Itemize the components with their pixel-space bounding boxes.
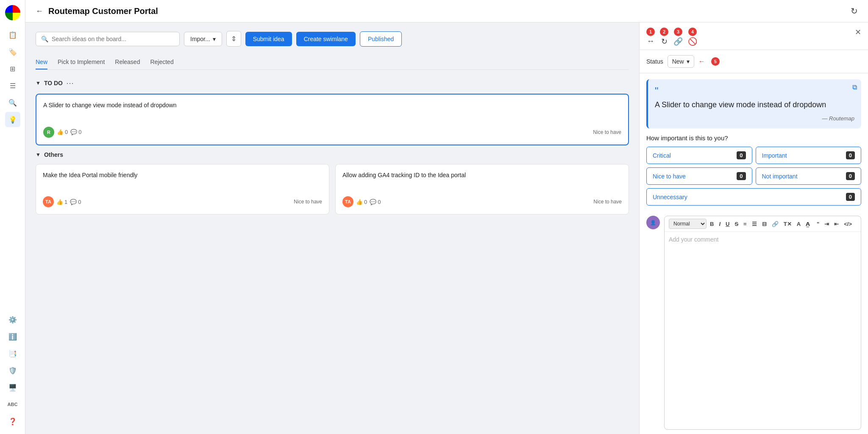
strikethrough-button[interactable]: S [733,220,740,228]
sidebar-icon-table[interactable]: ☰ [5,78,20,93]
panel-tool-1[interactable]: 1 ↔ [646,28,655,46]
status-select[interactable]: New ▾ [668,55,694,68]
chevron-down-icon: ▾ [687,58,690,65]
main-content: ← Routemap Customer Portal ↻ 🔍 Impor... … [25,0,868,434]
importance-critical-label: Critical [653,152,671,159]
status-value: New [672,58,684,65]
importance-nice-to-have[interactable]: Nice to have 0 [646,167,752,185]
view-tabs: New Pick to Implement Released Rejected [36,55,629,70]
sidebar-icon-search[interactable]: 🔍 [5,95,20,110]
badge-1: 1 [646,28,655,36]
outdent-button[interactable]: ⇤ [832,220,840,228]
comment-count: 0 [78,129,81,135]
published-button[interactable]: Published [360,31,402,47]
card-slider-votes: 👍 0 [57,129,68,135]
importance-unnecessary-count: 0 [846,193,855,201]
card-slider-title: A Slider to change view mode instead of … [43,101,621,110]
text-color-button[interactable]: A [795,220,802,228]
thumbs-up-icon: 👍 [356,199,363,205]
format-select[interactable]: Normal Heading 1 Heading 2 [669,219,707,229]
panel-tool-3[interactable]: 3 🔗 [673,28,683,46]
search-input[interactable] [52,36,174,42]
importance-critical-count: 0 [737,151,746,159]
link-editor-button[interactable]: 🔗 [770,220,780,228]
block-icon: 🚫 [688,37,697,46]
card-mobile[interactable]: Make the Idea Portal mobile friendly TA … [36,164,329,215]
tab-new[interactable]: New [36,55,47,70]
submit-idea-button[interactable]: Submit idea [245,32,292,46]
importance-important[interactable]: Important 0 [756,147,862,164]
code-block-button[interactable]: </> [842,220,854,228]
importance-important-count: 0 [846,151,855,159]
card-mobile-votes: 👍 1 [56,199,67,205]
comment-icon: 💬 [70,199,77,205]
bold-button[interactable]: B [708,220,715,228]
app-logo [5,5,20,20]
tab-released[interactable]: Released [115,55,140,70]
sidebar-icon-grid[interactable]: ⊞ [5,61,20,76]
vote-count: 1 [64,199,67,205]
bullet-list-button[interactable]: ☰ [750,220,759,228]
refresh-button[interactable]: ↻ [851,6,858,16]
panel-tool-2[interactable]: 2 ↻ [660,28,668,46]
underline-button[interactable]: U [724,220,731,228]
sidebar-icon-help[interactable]: ❓ [5,414,20,429]
ordered-list-button[interactable]: ≡ [742,220,748,228]
back-button[interactable]: ← [36,7,43,16]
panel-close-button[interactable]: ✕ [855,28,861,37]
comment-input[interactable]: Add your comment [665,232,861,429]
highlight-button[interactable]: A̲ [804,220,812,228]
tab-pick-to-implement[interactable]: Pick to Implement [58,55,105,70]
card-mobile-avatar: TA [43,196,54,207]
sidebar-icon-abc[interactable]: ABC [5,397,20,412]
comment-placeholder: Add your comment [669,236,719,243]
card-ga4-tag: Nice to have [593,199,622,205]
sidebar-icon-ideas[interactable]: 💡 [5,112,20,127]
comment-area: 👤 Normal Heading 1 Heading 2 B I U [640,211,868,434]
clear-format-button[interactable]: T✕ [782,220,793,228]
sidebar-icon-docs[interactable]: 📑 [5,346,20,361]
card-ga4-votes: 👍 0 [356,199,367,205]
comment-icon: 💬 [370,199,376,205]
comment-icon: 💬 [70,129,77,135]
panel-tool-4[interactable]: 4 🚫 [688,28,697,46]
sidebar-icon-list[interactable]: 📋 [5,27,20,42]
importance-grid: Critical 0 Important 0 Nice to have 0 [646,147,861,206]
sidebar-icon-info[interactable]: ℹ️ [5,329,20,344]
importance-critical[interactable]: Critical 0 [646,147,752,164]
card-ga4-footer: TA 👍 0 💬 0 Nice to have [342,196,622,207]
sidebar-icon-shield[interactable]: 🛡️ [5,363,20,378]
importance-important-label: Important [762,152,787,159]
tab-rejected[interactable]: Rejected [150,55,173,70]
import-button[interactable]: Impor... ▾ [184,32,222,46]
badge-2: 2 [660,28,668,36]
card-ga4-title: Allow adding GA4 tracking ID to the Idea… [342,171,622,180]
importance-not-count: 0 [846,172,855,180]
create-swimlane-button[interactable]: Create swimlane [296,32,356,46]
italic-button[interactable]: I [717,220,722,228]
todo-collapse-chevron[interactable]: ▼ [36,80,41,86]
importance-not-important[interactable]: Not important 0 [756,167,862,185]
search-box[interactable]: 🔍 [36,32,180,46]
panel-scroll: " A Slider to change view mode instead o… [640,73,868,434]
sidebar-icon-settings[interactable]: ⚙️ [5,312,20,327]
sidebar-icon-monitor[interactable]: 🖥️ [5,380,20,395]
card-ga4[interactable]: Allow adding GA4 tracking ID to the Idea… [335,164,629,215]
quote-button[interactable]: " [815,220,821,228]
card-slider-footer: R 👍 0 💬 0 Nice to have [43,127,621,138]
badge-4: 4 [688,28,697,36]
indent-button[interactable]: ⇥ [823,220,831,228]
vote-count: 0 [65,129,68,135]
card-slider[interactable]: A Slider to change view mode instead of … [36,94,629,145]
others-collapse-chevron[interactable]: ▼ [36,152,41,158]
sidebar-icon-tag[interactable]: 🏷️ [5,44,20,59]
align-button[interactable]: ⊟ [760,220,768,228]
copy-quote-button[interactable]: ⧉ [852,83,857,91]
adjust-button[interactable]: ⇕ [226,31,241,47]
commenter-avatar: 👤 [646,216,660,229]
importance-title: How important is this to you? [646,134,861,142]
quote-text: A Slider to change view mode instead of … [655,100,854,110]
todo-more-button[interactable]: ⋯ [66,78,74,88]
thumbs-up-icon: 👍 [57,129,64,135]
importance-unnecessary[interactable]: Unnecessary 0 [646,188,861,206]
